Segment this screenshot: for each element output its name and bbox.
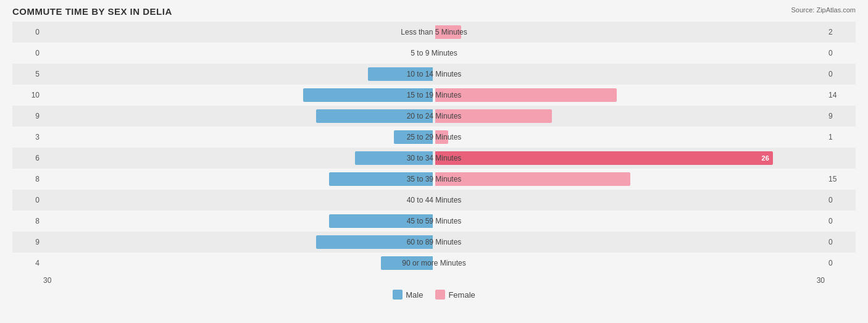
bar-row: 040 to 44 Minutes0 (12, 190, 856, 211)
legend-male: Male (393, 290, 423, 300)
female-bar-container (434, 130, 825, 144)
female-value: 9 (825, 112, 856, 120)
female-value: 15 (825, 175, 856, 183)
female-bar-container (434, 88, 825, 102)
female-bar (435, 109, 552, 123)
axis-right-label: 30 (817, 276, 825, 285)
bar-row: 510 to 14 Minutes0 (12, 64, 856, 85)
female-value: 0 (825, 238, 856, 246)
bar-row: 325 to 29 Minutes1 (12, 127, 856, 148)
male-swatch (393, 290, 403, 300)
male-bar (368, 67, 433, 81)
bar-row: 490 or more Minutes0 (12, 253, 856, 274)
male-bar-container (43, 151, 434, 165)
bar-row: 1015 to 19 Minutes14 (12, 85, 856, 106)
female-value: 2 (825, 28, 856, 36)
female-bar-container (434, 214, 825, 228)
bars-center: 35 to 39 Minutes (43, 169, 825, 190)
male-label: Male (406, 290, 423, 300)
female-bar (435, 172, 630, 186)
female-swatch (435, 290, 445, 300)
male-bar-container (43, 130, 434, 144)
male-bar (316, 109, 433, 123)
male-bar-container (43, 25, 434, 39)
bars-center: 90 or more Minutes (43, 253, 825, 274)
female-bar-container (434, 172, 825, 186)
male-bar-container (43, 193, 434, 207)
female-value: 14 (825, 91, 856, 99)
female-bar-container (434, 256, 825, 270)
header-row: COMMUTE TIME BY SEX IN DELIA Source: Zip… (12, 6, 856, 17)
female-bar-container (434, 235, 825, 249)
male-bar (303, 88, 433, 102)
bars-center: 25 to 29 Minutes (43, 127, 825, 148)
bars-center: 2630 to 34 Minutes (43, 148, 825, 169)
female-value: 0 (825, 49, 856, 57)
bar-row: 845 to 59 Minutes0 (12, 211, 856, 232)
male-bar (394, 130, 433, 144)
male-value: 3 (12, 133, 43, 141)
bar-row: 05 to 9 Minutes0 (12, 43, 856, 64)
male-bar-container (43, 214, 434, 228)
bars-center: 40 to 44 Minutes (43, 190, 825, 211)
bars-center: 5 to 9 Minutes (43, 43, 825, 64)
male-value: 0 (12, 28, 43, 36)
female-value: 0 (825, 70, 856, 78)
male-bar-container (43, 109, 434, 123)
chart-container: COMMUTE TIME BY SEX IN DELIA Source: Zip… (0, 0, 868, 318)
male-value: 5 (12, 70, 43, 78)
male-value: 6 (12, 154, 43, 162)
bar-row: 62630 to 34 Minutes (12, 148, 856, 169)
male-bar-container (43, 67, 434, 81)
female-bar-container (434, 109, 825, 123)
male-value: 8 (12, 217, 43, 225)
male-value: 10 (12, 91, 43, 99)
male-bar-container (43, 46, 434, 60)
female-bar (435, 25, 461, 39)
axis-left-label: 30 (43, 276, 51, 285)
male-bar (316, 235, 433, 249)
male-bar-container (43, 256, 434, 270)
female-value: 0 (825, 259, 856, 267)
legend-row: Male Female (12, 290, 856, 300)
female-bar (435, 130, 448, 144)
male-value: 0 (12, 49, 43, 57)
bars-center: 60 to 89 Minutes (43, 232, 825, 253)
male-bar-container (43, 172, 434, 186)
source-text: Source: ZipAtlas.com (791, 6, 856, 14)
female-value: 1 (825, 133, 856, 141)
bars-center: 45 to 59 Minutes (43, 211, 825, 232)
female-label: Female (448, 290, 475, 300)
female-value: 0 (825, 196, 856, 204)
legend-female: Female (435, 290, 475, 300)
bars-center: Less than 5 Minutes (43, 22, 825, 43)
bar-row: 920 to 24 Minutes9 (12, 106, 856, 127)
female-bar-container (434, 193, 825, 207)
male-value: 9 (12, 238, 43, 246)
male-value: 4 (12, 259, 43, 267)
female-bar: 26 (435, 151, 773, 165)
bars-center: 15 to 19 Minutes (43, 85, 825, 106)
bar-row: 0Less than 5 Minutes2 (12, 22, 856, 43)
chart-area: 0Less than 5 Minutes205 to 9 Minutes0510… (12, 22, 856, 274)
male-bar-container (43, 88, 434, 102)
male-bar (329, 172, 433, 186)
male-bar (329, 214, 433, 228)
male-bar (355, 151, 433, 165)
bar-row: 960 to 89 Minutes0 (12, 232, 856, 253)
male-value: 8 (12, 175, 43, 183)
male-value: 0 (12, 196, 43, 204)
female-value-inside: 26 (762, 154, 769, 162)
female-value: 0 (825, 217, 856, 225)
bars-center: 10 to 14 Minutes (43, 64, 825, 85)
female-bar (435, 88, 617, 102)
bottom-axis: 30 30 (12, 276, 856, 285)
male-value: 9 (12, 112, 43, 120)
male-bar-container (43, 235, 434, 249)
female-bar-container: 26 (434, 151, 825, 165)
female-bar-container (434, 25, 825, 39)
female-bar-container (434, 46, 825, 60)
male-bar (381, 256, 433, 270)
bar-row: 835 to 39 Minutes15 (12, 169, 856, 190)
chart-title: COMMUTE TIME BY SEX IN DELIA (12, 6, 172, 17)
